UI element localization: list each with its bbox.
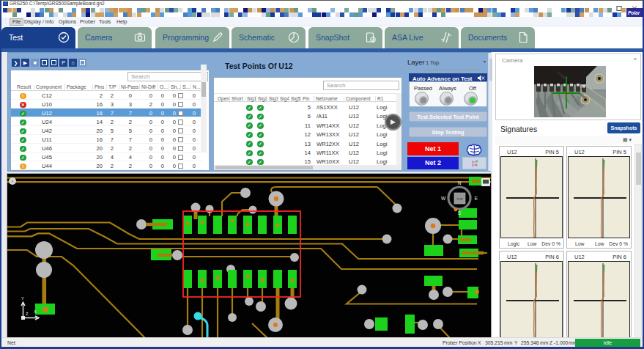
svg-text:E: E <box>475 196 478 201</box>
svg-text:W: W <box>441 196 446 201</box>
svg-text:S: S <box>458 210 462 216</box>
svg-text:X: X <box>34 309 37 314</box>
svg-text:N: N <box>458 180 462 185</box>
svg-text:TOP: TOP <box>456 197 463 201</box>
svg-text:Y: Y <box>21 296 24 301</box>
